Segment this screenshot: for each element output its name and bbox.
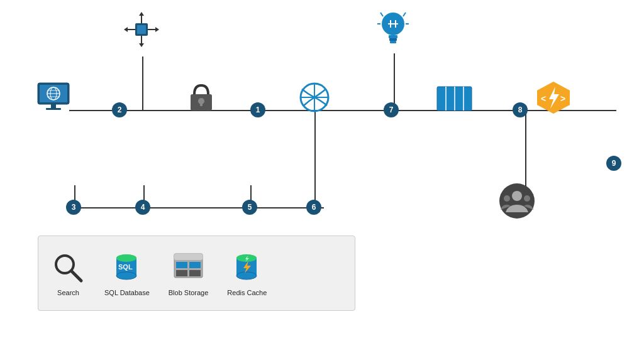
distribution-icon: [123, 9, 160, 50]
grid-icon: [434, 82, 475, 116]
lock-icon: [186, 80, 217, 115]
redis-label: Redis Cache: [227, 289, 267, 296]
badge-4: 4: [135, 200, 150, 215]
badge-1: 1: [250, 102, 265, 117]
diagram-container: < > 1 2 3 4 5 6 7 8 9: [0, 0, 644, 341]
svg-point-55: [116, 254, 136, 262]
svg-marker-18: [155, 27, 159, 32]
sql-icon: SQL: [109, 251, 144, 285]
function-node: < >: [533, 80, 574, 115]
bottom-horizontal-line: [69, 207, 324, 208]
function-icon: < >: [533, 80, 574, 115]
grid-node: [434, 82, 475, 116]
badge-7: 7: [384, 102, 399, 117]
people-icon: [497, 182, 538, 220]
svg-rect-21: [200, 101, 203, 106]
svg-rect-29: [389, 35, 397, 38]
svg-line-32: [380, 13, 383, 16]
bottom-panel: Search SQL SQL Database: [38, 235, 355, 311]
svg-rect-31: [390, 41, 396, 43]
search-panel-icon: [51, 251, 86, 285]
sql-label: SQL Database: [104, 289, 150, 296]
blob-icon: [171, 251, 206, 285]
svg-rect-58: [176, 262, 187, 268]
svg-text:>: >: [560, 94, 565, 104]
svg-rect-7: [51, 104, 56, 108]
svg-point-45: [512, 191, 522, 201]
panel-item-redis: Redis Cache: [227, 251, 267, 296]
monitor-icon: [35, 82, 72, 113]
svg-rect-8: [46, 108, 61, 110]
svg-rect-60: [176, 270, 187, 276]
badge-8: 8: [513, 102, 528, 117]
globe-node: [296, 80, 333, 115]
globe-spin-icon: [296, 80, 333, 115]
lightbulb-node: [374, 6, 412, 50]
svg-rect-30: [389, 38, 397, 41]
people-node: [497, 182, 538, 220]
badge-9: 9: [606, 156, 621, 171]
badge-2: 2: [112, 102, 127, 117]
blob-label: Blob Storage: [169, 289, 209, 296]
svg-rect-59: [189, 262, 201, 268]
monitor-node: [35, 82, 72, 113]
svg-rect-61: [189, 270, 201, 276]
svg-rect-57: [174, 254, 203, 260]
vert-line-down: [314, 110, 316, 207]
distribution-node: [123, 9, 160, 50]
lock-node: [186, 80, 217, 115]
svg-line-49: [72, 271, 81, 281]
panel-item-sql: SQL SQL Database: [104, 251, 150, 296]
vert-line-distribution: [142, 57, 143, 111]
badge-3: 3: [66, 200, 81, 215]
badge-5: 5: [242, 200, 257, 215]
svg-marker-12: [139, 12, 144, 16]
svg-point-46: [504, 195, 510, 202]
panel-item-blob: Blob Storage: [169, 251, 209, 296]
svg-text:SQL: SQL: [118, 263, 133, 271]
badge-6: 6: [306, 200, 321, 215]
svg-text:<: <: [541, 94, 546, 104]
search-label: Search: [57, 289, 79, 296]
svg-line-33: [403, 13, 406, 16]
svg-marker-14: [139, 43, 144, 47]
lightbulb-icon: [374, 6, 412, 50]
panel-item-search: Search: [51, 251, 86, 296]
svg-rect-10: [137, 25, 146, 34]
svg-marker-16: [124, 27, 128, 32]
redis-icon: [230, 251, 264, 285]
svg-point-47: [524, 195, 530, 202]
